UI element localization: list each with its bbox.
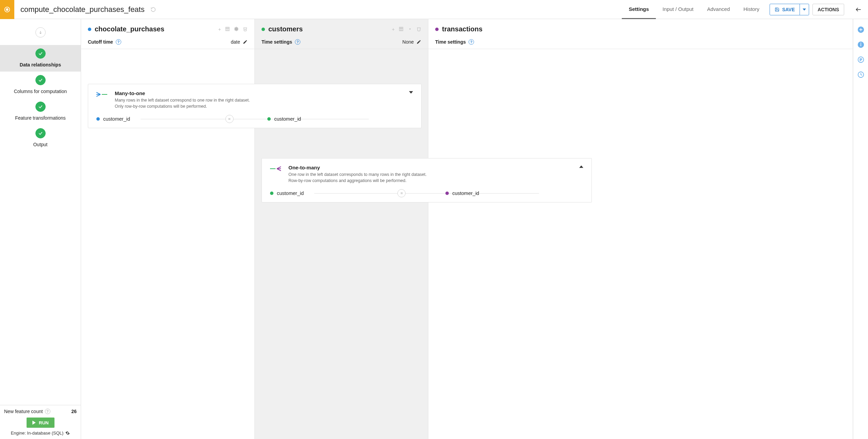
save-icon xyxy=(775,7,779,12)
check-icon xyxy=(38,51,43,56)
add-icon[interactable]: + xyxy=(218,27,221,32)
chat-icon[interactable] xyxy=(857,56,865,63)
svg-point-1 xyxy=(6,9,8,11)
join-key-right[interactable]: customer_id xyxy=(267,116,301,122)
step-output[interactable]: Output xyxy=(0,125,81,151)
equals-badge: = xyxy=(397,189,406,197)
dataset-col-transactions: transactions Time settings ? xyxy=(428,19,853,439)
save-dropdown[interactable] xyxy=(800,4,809,15)
relationship-card-many-to-one: Many-to-one Many rows in the left datase… xyxy=(88,84,422,128)
help-icon[interactable]: ? xyxy=(116,39,121,45)
gear-icon[interactable] xyxy=(234,27,239,32)
step-label: Feature transformations xyxy=(0,115,81,121)
actions-label: ACTIONS xyxy=(818,7,839,12)
refresh-icon[interactable] xyxy=(151,7,156,12)
dataset-dot-icon xyxy=(262,28,265,31)
dataset-dot-icon xyxy=(435,28,439,31)
save-label: SAVE xyxy=(782,7,795,12)
cutoff-label: Cutoff time xyxy=(88,39,113,45)
dataset-name: customers xyxy=(268,25,392,33)
recipe-icon xyxy=(0,0,14,19)
table-icon[interactable] xyxy=(225,27,230,32)
help-icon[interactable]: ? xyxy=(469,39,474,45)
feature-count-row: New feature count ? 26 xyxy=(4,409,77,414)
dot-icon xyxy=(96,117,100,121)
relationship-title: One-to-many xyxy=(288,165,427,170)
back-arrow[interactable] xyxy=(849,6,868,13)
svg-marker-5 xyxy=(32,421,36,425)
collapse-toggle[interactable] xyxy=(409,90,413,94)
time-label: Time settings xyxy=(435,39,466,45)
step-columns-computation[interactable]: Columns for computation xyxy=(0,72,81,98)
clock-icon[interactable] xyxy=(857,71,865,78)
engine-row[interactable]: Engine: In-database (SQL) xyxy=(4,430,77,436)
check-icon xyxy=(38,104,43,109)
check-icon xyxy=(38,131,43,136)
info-icon[interactable] xyxy=(857,41,865,48)
arrow-down-icon xyxy=(38,30,43,34)
run-button[interactable]: RUN xyxy=(27,418,54,428)
equals-badge: = xyxy=(225,115,234,123)
topbar: compute_chocolate_purchases_feats Settin… xyxy=(0,0,868,19)
dot-icon xyxy=(445,192,449,195)
step-label: Columns for computation xyxy=(0,89,81,94)
step-label: Output xyxy=(0,142,81,147)
help-icon[interactable]: ? xyxy=(45,409,50,414)
caret-down-icon xyxy=(803,8,806,11)
tab-advanced[interactable]: Advanced xyxy=(700,0,737,19)
feature-count-value: 26 xyxy=(71,409,77,414)
actions-button[interactable]: ACTIONS xyxy=(812,4,844,15)
caret-up-icon xyxy=(579,165,583,169)
trash-icon[interactable] xyxy=(243,27,248,32)
header-tabs: Settings Input / Output Advanced History xyxy=(622,0,766,19)
join-key-label: customer_id xyxy=(274,116,301,122)
svg-marker-20 xyxy=(409,91,413,93)
check-icon xyxy=(38,78,43,82)
arrow-left-icon xyxy=(855,6,862,13)
add-icon[interactable]: + xyxy=(392,27,395,32)
svg-marker-25 xyxy=(579,165,583,168)
run-label: RUN xyxy=(39,420,49,425)
gear-icon[interactable] xyxy=(408,27,412,32)
gear-icon xyxy=(65,431,70,435)
caret-down-icon xyxy=(409,90,413,94)
one-to-many-icon xyxy=(270,166,284,171)
tab-settings[interactable]: Settings xyxy=(622,0,656,19)
join-key-left[interactable]: customer_id xyxy=(96,116,130,122)
collapse-toggle[interactable] xyxy=(579,165,583,169)
right-rail xyxy=(853,19,868,439)
trash-icon[interactable] xyxy=(416,27,421,32)
svg-point-15 xyxy=(409,28,411,30)
dataset-dot-icon xyxy=(88,28,91,31)
edit-icon[interactable] xyxy=(243,40,248,44)
join-key-left[interactable]: customer_id xyxy=(270,191,304,196)
edit-icon[interactable] xyxy=(416,40,421,44)
join-key-label: customer_id xyxy=(277,191,304,196)
svg-rect-11 xyxy=(399,27,403,31)
step-data-relationships[interactable]: Data relationships xyxy=(0,45,81,72)
dataset-name: transactions xyxy=(442,25,846,33)
sidebar-left: Data relationships Columns for computati… xyxy=(0,19,81,439)
table-icon[interactable] xyxy=(399,27,404,32)
step-feature-transformations[interactable]: Feature transformations xyxy=(0,98,81,125)
tab-io[interactable]: Input / Output xyxy=(656,0,700,19)
step-input-arrow xyxy=(0,19,81,45)
relationship-title: Many-to-one xyxy=(115,90,250,96)
time-value: None xyxy=(403,39,414,45)
help-icon[interactable]: ? xyxy=(295,39,300,45)
cutoff-value: date xyxy=(231,39,240,45)
step-label: Data relationships xyxy=(0,62,81,67)
dot-icon xyxy=(267,117,271,121)
play-icon xyxy=(32,421,36,425)
join-key-label: customer_id xyxy=(452,191,479,196)
join-key-right[interactable]: customer_id xyxy=(445,191,479,196)
add-circle-icon[interactable] xyxy=(857,26,865,33)
svg-point-31 xyxy=(860,43,861,44)
many-to-one-icon xyxy=(96,92,110,97)
save-button[interactable]: SAVE xyxy=(770,4,809,15)
dot-icon xyxy=(270,192,273,195)
feature-count-label: New feature count xyxy=(4,409,43,414)
engine-label: Engine: In-database (SQL) xyxy=(11,430,64,436)
recipe-title: compute_chocolate_purchases_feats xyxy=(14,5,151,14)
tab-history[interactable]: History xyxy=(737,0,766,19)
